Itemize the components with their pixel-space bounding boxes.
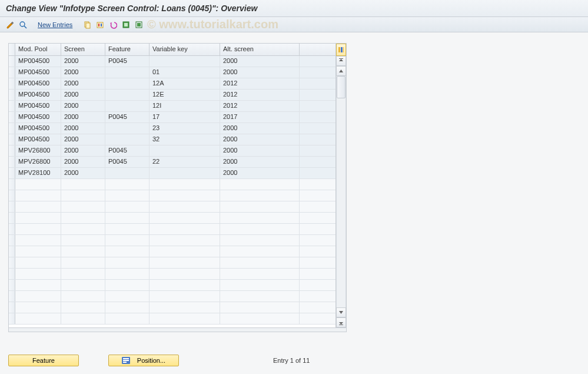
scroll-bottom-button[interactable] — [336, 317, 346, 327]
cell-feature[interactable] — [105, 235, 150, 246]
scroll-thumb[interactable] — [337, 76, 346, 98]
cell-varkey[interactable]: 32 — [150, 134, 220, 145]
row-selector[interactable] — [9, 246, 15, 257]
table-row[interactable] — [9, 179, 335, 190]
cell-varkey[interactable] — [150, 213, 220, 223]
cell-screen[interactable] — [61, 235, 105, 246]
row-selector[interactable] — [9, 101, 15, 111]
cell-screen[interactable] — [61, 179, 105, 190]
table-row[interactable]: MPV268002000P00452000 — [9, 145, 335, 157]
table-row[interactable]: MP004500200012E2012 — [9, 90, 335, 101]
cell-varkey[interactable]: 17 — [150, 112, 220, 123]
details-icon[interactable] — [18, 19, 28, 30]
cell-feature[interactable] — [105, 179, 150, 190]
cell-altscr[interactable] — [220, 269, 300, 279]
cell-altscr[interactable]: 2000 — [220, 145, 300, 156]
cell-modpool[interactable]: MP004500 — [15, 78, 61, 89]
table-row[interactable] — [9, 201, 335, 213]
row-selector[interactable] — [9, 168, 15, 178]
row-selector[interactable] — [9, 67, 15, 78]
copy-icon[interactable] — [82, 19, 92, 30]
row-selector[interactable] — [9, 112, 15, 123]
deselect-all-icon[interactable] — [134, 19, 144, 30]
cell-modpool[interactable]: MPV26800 — [15, 145, 61, 156]
cell-varkey[interactable]: 22 — [150, 157, 220, 167]
undo-icon[interactable] — [108, 19, 118, 30]
cell-varkey[interactable]: 01 — [150, 67, 220, 78]
row-selector[interactable] — [9, 123, 15, 134]
cell-screen[interactable] — [61, 269, 105, 279]
cell-altscr[interactable]: 2012 — [220, 90, 300, 100]
table-row[interactable] — [9, 269, 335, 280]
cell-feature[interactable] — [105, 246, 150, 257]
cell-varkey[interactable] — [150, 179, 220, 190]
grid-horizontal-scrollbar[interactable] — [8, 328, 347, 332]
cell-modpool[interactable] — [15, 246, 61, 257]
col-header-screen[interactable]: Screen — [61, 44, 105, 55]
cell-feature[interactable]: P0045 — [105, 56, 150, 67]
row-selector[interactable] — [9, 56, 15, 67]
cell-screen[interactable] — [61, 313, 105, 324]
toggle-display-change-icon[interactable] — [5, 19, 15, 30]
table-row[interactable]: MP004500200012I2012 — [9, 101, 335, 112]
cell-screen[interactable] — [61, 224, 105, 234]
cell-varkey[interactable] — [150, 246, 220, 257]
cell-feature[interactable] — [105, 201, 150, 212]
cell-modpool[interactable] — [15, 280, 61, 290]
cell-feature[interactable] — [105, 213, 150, 223]
cell-varkey[interactable] — [150, 56, 220, 67]
cell-varkey[interactable] — [150, 257, 220, 268]
cell-modpool[interactable]: MP004500 — [15, 90, 61, 100]
cell-modpool[interactable]: MP004500 — [15, 56, 61, 67]
table-row[interactable] — [9, 313, 335, 325]
cell-feature[interactable] — [105, 134, 150, 145]
table-row[interactable]: MP0045002000322000 — [9, 134, 335, 145]
table-row[interactable]: MPV2810020002000 — [9, 168, 335, 179]
cell-screen[interactable]: 2000 — [61, 157, 105, 167]
cell-altscr[interactable]: 2000 — [220, 157, 300, 167]
col-header-varkey[interactable]: Variable key — [150, 44, 220, 55]
table-row[interactable] — [9, 302, 335, 313]
row-selector[interactable] — [9, 291, 15, 302]
cell-modpool[interactable] — [15, 313, 61, 324]
table-row[interactable]: MP004500200012A2012 — [9, 78, 335, 90]
cell-modpool[interactable] — [15, 179, 61, 190]
cell-modpool[interactable] — [15, 190, 61, 201]
table-row[interactable]: MP0045002000P0045172017 — [9, 112, 335, 123]
cell-screen[interactable]: 2000 — [61, 134, 105, 145]
table-row[interactable]: MP0045002000P00452000 — [9, 56, 335, 67]
cell-varkey[interactable]: 12I — [150, 101, 220, 111]
scroll-track[interactable] — [336, 76, 346, 307]
cell-screen[interactable] — [61, 201, 105, 212]
cell-screen[interactable] — [61, 302, 105, 313]
cell-varkey[interactable] — [150, 291, 220, 302]
position-button[interactable]: Position... — [108, 355, 179, 366]
cell-varkey[interactable]: 12E — [150, 90, 220, 100]
cell-feature[interactable] — [105, 302, 150, 313]
cell-screen[interactable] — [61, 291, 105, 302]
row-selector[interactable] — [9, 179, 15, 190]
cell-screen[interactable]: 2000 — [61, 145, 105, 156]
table-row[interactable]: MP0045002000232000 — [9, 123, 335, 134]
row-selector[interactable] — [9, 302, 15, 313]
row-selector[interactable] — [9, 145, 15, 156]
row-selector[interactable] — [9, 157, 15, 167]
cell-screen[interactable]: 2000 — [61, 78, 105, 89]
cell-altscr[interactable] — [220, 235, 300, 246]
new-entries-button[interactable]: New Entries — [38, 21, 72, 28]
row-selector[interactable] — [9, 224, 15, 234]
cell-varkey[interactable] — [150, 190, 220, 201]
table-row[interactable]: MP0045002000012000 — [9, 67, 335, 78]
cell-modpool[interactable] — [15, 224, 61, 234]
cell-modpool[interactable] — [15, 235, 61, 246]
cell-screen[interactable]: 2000 — [61, 123, 105, 134]
cell-screen[interactable]: 2000 — [61, 90, 105, 100]
cell-feature[interactable] — [105, 101, 150, 111]
row-selector[interactable] — [9, 257, 15, 268]
row-selector[interactable] — [9, 213, 15, 223]
cell-screen[interactable]: 2000 — [61, 112, 105, 123]
cell-screen[interactable] — [61, 257, 105, 268]
scroll-up-button[interactable] — [336, 66, 346, 76]
cell-screen[interactable]: 2000 — [61, 67, 105, 78]
cell-screen[interactable] — [61, 280, 105, 290]
